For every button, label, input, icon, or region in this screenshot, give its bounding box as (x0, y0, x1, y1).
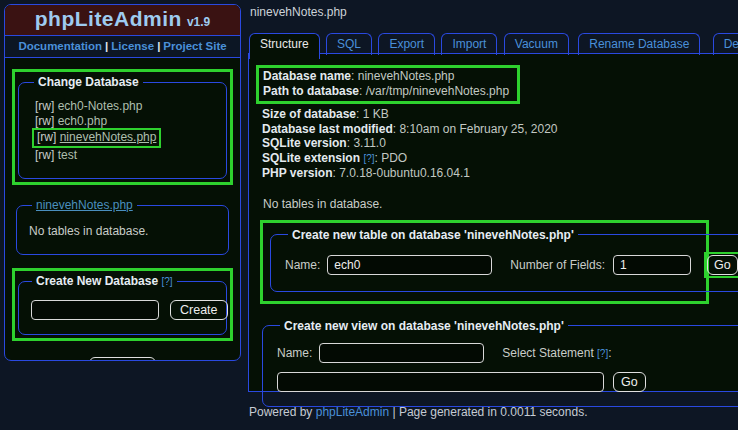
selected-database-highlight: [rw] ninevehNotes.php (32, 128, 161, 148)
view-name-input[interactable] (319, 343, 484, 363)
change-database-highlight: Change Database [rw] ech0-Notes.php [rw]… (12, 69, 233, 185)
app-title: phpLiteAdmin (35, 7, 182, 30)
table-name-input[interactable] (327, 255, 492, 275)
database-info-rest: Size of database1 KB Database last modif… (262, 107, 738, 181)
info-value: 3.11.0 (347, 136, 386, 150)
sidebar-nav: Documentation|License|Project Site (5, 36, 240, 58)
database-link-ninevehnotes[interactable]: ninevehNotes.php (60, 130, 157, 144)
fields-count-label: Number of Fields: (510, 258, 605, 272)
nav-link-project-site[interactable]: Project Site (163, 40, 226, 52)
info-label: Path to database (263, 84, 359, 98)
current-database-legend: ninevehNotes.php (32, 198, 137, 212)
create-view-legend: Create new view on database 'ninevehNote… (280, 319, 568, 333)
database-link-ech0-notes[interactable]: ech0-Notes.php (58, 99, 143, 113)
create-database-row: Create (27, 292, 218, 320)
info-value: 8:10am on February 25, 2020 (393, 122, 558, 136)
tab-delete-database[interactable]: Delete Database (713, 33, 738, 55)
footer: Powered by phpLiteAdmin | Page generated… (249, 405, 587, 419)
nav-link-documentation[interactable]: Documentation (18, 40, 102, 52)
info-value: 7.0.18-0ubuntu0.16.04.1 (332, 166, 469, 180)
footer-prefix: Powered by (249, 405, 316, 419)
list-item: [rw] ech0-Notes.php (35, 99, 214, 114)
fields-count-input[interactable] (613, 255, 691, 275)
create-table-row: Name: Number of Fields: Go (283, 246, 738, 278)
sidebar-body: Change Database [rw] ech0-Notes.php [rw]… (5, 58, 240, 361)
database-link-ech0[interactable]: ech0.php (58, 114, 107, 128)
info-value: /var/tmp/ninevehNotes.php (359, 84, 509, 98)
info-value: PDO (375, 151, 408, 165)
help-icon[interactable]: [?] (161, 276, 172, 287)
select-statement-label: Select Statement [?]: (502, 346, 611, 360)
footer-phpliteadmin-link[interactable]: phpLiteAdmin (316, 405, 389, 419)
nav-separator: | (157, 40, 160, 52)
view-name-label: Name: (277, 346, 312, 360)
nav-link-license[interactable]: License (111, 40, 154, 52)
current-database-link[interactable]: ninevehNotes.php (36, 198, 133, 212)
app-header: phpLiteAdminv1.9 (5, 5, 240, 36)
info-label: Database name (263, 69, 351, 83)
page-title: ninevehNotes.php (250, 5, 347, 19)
logout-row: Log Out (12, 357, 233, 361)
info-row-database-name: Database nameninevehNotes.php (263, 69, 509, 84)
table-name-label: Name: (285, 258, 320, 272)
structure-panel: Database nameninevehNotes.php Path to da… (248, 53, 738, 392)
info-label: PHP version (262, 166, 332, 180)
create-database-highlight: Create New Database [?] Create (12, 268, 233, 341)
info-row-modified: Database last modified8:10am on February… (262, 122, 738, 137)
create-view-go-button[interactable]: Go (613, 372, 646, 392)
tab-sql[interactable]: SQL (326, 33, 372, 55)
create-table-go-button[interactable]: Go (707, 255, 738, 275)
logout-button[interactable]: Log Out (89, 357, 155, 361)
create-database-legend-text: Create New Database (36, 274, 158, 288)
new-database-name-input[interactable] (31, 300, 159, 320)
no-tables-text: No tables in database. (263, 197, 738, 211)
create-database-fieldset: Create New Database [?] Create (18, 274, 227, 335)
select-statement-label-text: Select Statement (502, 346, 593, 360)
info-row-size: Size of database1 KB (262, 107, 738, 122)
database-info-highlight: Database nameninevehNotes.php Path to da… (256, 65, 520, 104)
tab-import[interactable]: Import (441, 33, 497, 55)
rw-flag: [rw] (35, 148, 54, 162)
info-label: Database last modified (262, 122, 393, 136)
database-link-test[interactable]: test (58, 148, 77, 162)
tab-structure[interactable]: Structure (249, 33, 320, 59)
create-view-row2: Go (275, 363, 738, 392)
info-row-sqlite-version: SQLite version3.11.0 (262, 136, 738, 151)
footer-suffix: | Page generated in 0.0011 seconds. (389, 405, 587, 419)
info-value: ninevehNotes.php (351, 69, 454, 83)
select-statement-input[interactable] (277, 372, 604, 392)
info-row-sqlite-extension: SQLite extension [?]PDO (262, 151, 738, 167)
info-row-php-version: PHP version7.0.18-0ubuntu0.16.04.1 (262, 166, 738, 181)
create-view-fieldset: Create new view on database 'ninevehNote… (262, 319, 738, 407)
list-item: [rw] test (35, 148, 214, 163)
list-item: [rw] ninevehNotes.php (35, 128, 214, 148)
current-database-fieldset: ninevehNotes.php No tables in database. (16, 198, 229, 255)
create-database-legend: Create New Database [?] (32, 274, 177, 288)
rw-flag: [rw] (35, 114, 54, 128)
tab-bar: Structure SQL Export Import Vacuum Renam… (249, 33, 738, 59)
rw-flag: [rw] (37, 130, 56, 144)
tab-rename-database[interactable]: Rename Database (578, 33, 700, 55)
create-table-fieldset: Create new table on database 'ninevehNot… (270, 228, 738, 292)
create-database-button[interactable]: Create (170, 300, 228, 320)
info-row-path: Path to database/var/tmp/ninevehNotes.ph… (263, 84, 509, 99)
rw-flag: [rw] (35, 99, 54, 113)
info-value: 1 KB (356, 107, 389, 121)
help-icon[interactable]: [?] (363, 153, 374, 164)
change-database-legend: Change Database (34, 75, 143, 89)
database-list: [rw] ech0-Notes.php [rw] ech0.php [rw] n… (29, 93, 216, 168)
nav-separator: | (105, 40, 108, 52)
info-label: SQLite extension (262, 151, 360, 165)
help-icon[interactable]: [?] (597, 348, 608, 359)
select-statement-colon: : (608, 346, 611, 360)
change-database-fieldset: Change Database [rw] ech0-Notes.php [rw]… (18, 75, 227, 179)
list-item: [rw] ech0.php (35, 114, 214, 129)
go-button-highlight: Go (704, 252, 738, 278)
tab-export[interactable]: Export (378, 33, 435, 55)
create-view-row1: Name: Select Statement [?]: (275, 337, 738, 363)
tab-vacuum[interactable]: Vacuum (504, 33, 569, 55)
create-table-legend: Create new table on database 'ninevehNot… (288, 228, 578, 242)
create-table-highlight: Create new table on database 'ninevehNot… (260, 220, 709, 304)
app-version: v1.9 (187, 15, 210, 29)
sidebar: phpLiteAdminv1.9 Documentation|License|P… (4, 4, 241, 361)
